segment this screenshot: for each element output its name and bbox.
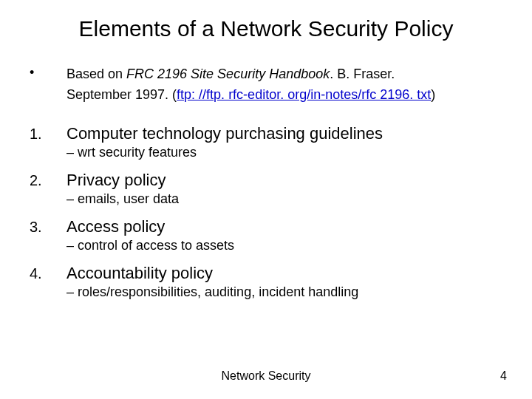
source-line2-prefix: September 1997. ( — [66, 87, 177, 102]
list-item-head: 3. Access policy — [30, 217, 502, 236]
list-item: 1. Computer technology purchasing guidel… — [30, 124, 502, 160]
source-italic-ref: FRC 2196 Site Security Handbook — [126, 66, 330, 81]
list-item-number: 2. — [30, 172, 66, 189]
list-item: 2. Privacy policy – emails, user data — [30, 171, 502, 207]
list-item-label: Computer technology purchasing guideline… — [66, 124, 383, 143]
source-block: • Based on FRC 2196 Site Security Handbo… — [30, 64, 502, 105]
list-item-label: Privacy policy — [66, 171, 166, 190]
source-line2-suffix: ) — [431, 87, 435, 102]
list-item-note: – wrt security features — [66, 145, 502, 160]
footer-title: Network Security — [0, 369, 532, 383]
list-item-note: – control of access to assets — [66, 238, 502, 253]
source-link[interactable]: ftp: //ftp. rfc-editor. org/in-notes/rfc… — [177, 87, 431, 102]
list-item-note: – emails, user data — [66, 191, 502, 207]
source-text: Based on FRC 2196 Site Security Handbook… — [66, 64, 435, 105]
list-item-number: 4. — [30, 265, 66, 282]
page-number: 4 — [500, 369, 507, 383]
list-item-label: Access policy — [66, 217, 165, 236]
list-item-head: 1. Computer technology purchasing guidel… — [30, 124, 502, 143]
list-item-head: 4. Accountability policy — [30, 264, 502, 283]
list-item-number: 1. — [30, 126, 66, 143]
slide-title: Elements of a Network Security Policy — [0, 16, 532, 41]
source-row: • Based on FRC 2196 Site Security Handbo… — [30, 64, 502, 105]
list-item-label: Accountability policy — [66, 264, 213, 283]
list-item: 3. Access policy – control of access to … — [30, 217, 502, 253]
slide: Elements of a Network Security Policy • … — [0, 0, 532, 399]
numbered-list: 1. Computer technology purchasing guidel… — [30, 124, 502, 310]
bullet-icon: • — [30, 64, 66, 81]
list-item-number: 3. — [30, 219, 66, 236]
list-item-head: 2. Privacy policy — [30, 171, 502, 190]
list-item-note: – roles/responsibilities, auditing, inci… — [66, 284, 502, 300]
list-item: 4. Accountability policy – roles/respons… — [30, 264, 502, 300]
source-after-italic: . B. Fraser. — [330, 66, 395, 81]
source-prefix: Based on — [66, 66, 126, 81]
